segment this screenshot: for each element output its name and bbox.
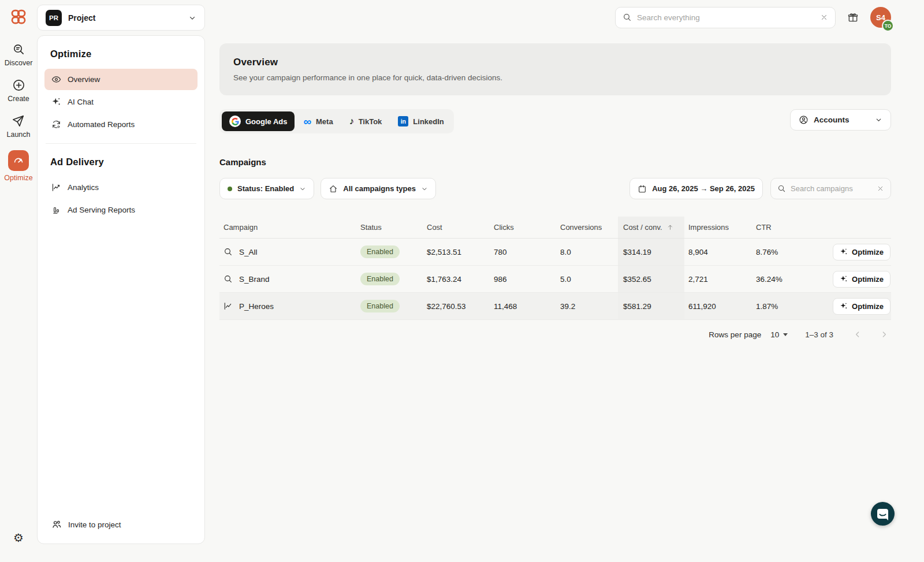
sidebar-item-analytics[interactable]: Analytics	[44, 177, 198, 198]
eye-icon	[51, 75, 61, 84]
column-header-campaign[interactable]: Campaign	[219, 217, 356, 238]
column-header-clicks[interactable]: Clicks	[490, 217, 556, 238]
tab-label: TikTok	[359, 117, 382, 126]
table-row[interactable]: S_Brand Enabled $1,763.24 986 5.0 $352.6…	[219, 266, 891, 293]
campaign-search[interactable]	[770, 178, 891, 199]
sidebar-item-overview[interactable]: Overview	[44, 69, 198, 90]
cost-cell: $1,763.24	[423, 266, 490, 292]
action-cell: Optimize	[828, 266, 891, 292]
status-badge: Enabled	[360, 300, 400, 312]
sidebar-item-automated-reports[interactable]: Automated Reports	[44, 114, 198, 135]
campaign-name: S_All	[239, 248, 258, 256]
line-chart-icon	[223, 302, 233, 311]
gift-icon[interactable]	[847, 12, 859, 23]
triangle-down-icon	[783, 333, 788, 336]
table-row[interactable]: S_All Enabled $2,513.51 780 8.0 $314.19 …	[219, 239, 891, 266]
sparkles-icon	[840, 275, 848, 283]
campaign-name-cell[interactable]: S_All	[219, 239, 356, 265]
tab-google-ads[interactable]: Google Ads	[222, 111, 295, 131]
status-badge: Enabled	[360, 273, 400, 285]
column-header-cost[interactable]: Cost	[423, 217, 490, 238]
tab-meta[interactable]: ∞ Meta	[296, 111, 340, 131]
sidebar-item-ai-chat[interactable]: AI Chat	[44, 91, 198, 113]
rows-per-page-select[interactable]: 10	[770, 330, 788, 339]
sidebar-card: Optimize Overview AI Chat	[37, 35, 205, 544]
table-row[interactable]: P_Heroes Enabled $22,760.53 11,468 39.2 …	[219, 293, 891, 320]
optimize-button[interactable]: Optimize	[833, 298, 891, 315]
rail-label: Launch	[6, 131, 30, 139]
invite-label: Invite to project	[68, 520, 121, 529]
global-search[interactable]	[615, 7, 836, 28]
clear-campaign-search-icon[interactable]	[877, 185, 884, 192]
clicks-cell: 986	[490, 266, 556, 292]
rail-item-discover[interactable]: Discover	[5, 43, 33, 67]
project-name: Project	[68, 13, 182, 23]
refresh-gear-icon	[51, 120, 61, 129]
sidebar-divider	[46, 143, 196, 144]
impressions-cell: 2,721	[684, 266, 752, 292]
optimize-button[interactable]: Optimize	[833, 271, 891, 288]
campaigns-table: Campaign Status Cost Clicks Conversions …	[219, 217, 891, 320]
chevron-down-icon	[421, 185, 428, 192]
next-page-button[interactable]	[877, 327, 891, 341]
optimize-label: Optimize	[852, 275, 884, 284]
campaign-name-cell[interactable]: S_Brand	[219, 266, 356, 292]
date-range-button[interactable]: Aug 26, 2025 → Sep 26, 2025	[629, 178, 763, 199]
rail-label: Optimize	[4, 174, 32, 182]
settings-gear-icon[interactable]: ⚙	[13, 532, 24, 544]
google-logo-icon	[229, 116, 241, 127]
sidebar-item-ad-serving-reports[interactable]: Ad Serving Reports	[44, 199, 198, 221]
main-content: S4 TO Overview See your campaign perform…	[205, 0, 924, 562]
campaign-type-filter[interactable]: All campaigns types	[321, 178, 436, 199]
clear-search-icon[interactable]	[820, 13, 828, 21]
campaign-type-label: All campaigns types	[343, 184, 416, 193]
optimize-button[interactable]: Optimize	[833, 244, 891, 260]
column-header-impressions[interactable]: Impressions	[684, 217, 752, 238]
rail-item-create[interactable]: Create	[8, 79, 29, 103]
accounts-label: Accounts	[814, 116, 850, 124]
impressions-cell: 611,920	[684, 293, 752, 319]
filters-row: Status: Enabled All campaigns types Aug …	[219, 178, 891, 199]
rail-item-optimize[interactable]: Optimize	[4, 150, 32, 182]
user-avatar[interactable]: S4 TO	[870, 7, 891, 28]
discover-search-icon	[12, 43, 25, 56]
project-selector[interactable]: PR Project	[37, 5, 205, 31]
column-header-actions	[828, 217, 891, 238]
campaign-name: P_Heroes	[239, 302, 274, 311]
rail-label: Discover	[5, 59, 33, 67]
chat-widget-button[interactable]	[871, 502, 895, 526]
rail-label: Create	[8, 95, 29, 103]
conversions-cell: 5.0	[556, 266, 618, 292]
accounts-dropdown[interactable]: Accounts	[790, 109, 891, 131]
column-header-status[interactable]: Status	[356, 217, 423, 238]
chevron-left-icon	[853, 330, 862, 339]
action-cell: Optimize	[828, 239, 891, 265]
search-icon	[623, 13, 632, 22]
invite-to-project-button[interactable]: Invite to project	[44, 513, 198, 535]
rail-item-launch[interactable]: Launch	[6, 114, 30, 139]
prev-page-button[interactable]	[851, 327, 865, 341]
column-header-ctr[interactable]: CTR	[752, 217, 828, 238]
platform-tabs-row: Google Ads ∞ Meta ♪ TikTok in LinkedIn	[219, 109, 891, 133]
status-filter[interactable]: Status: Enabled	[219, 178, 314, 199]
gauge-icon	[8, 150, 29, 171]
sidebar-item-label: Analytics	[68, 183, 99, 192]
campaign-search-input[interactable]	[791, 184, 872, 193]
sidebar: PR Project Optimize Overview AI Chat	[37, 0, 205, 562]
column-header-conversions[interactable]: Conversions	[556, 217, 618, 238]
ctr-cell: 1.87%	[752, 293, 828, 319]
campaigns-title: Campaigns	[219, 157, 891, 167]
clicks-cell: 11,468	[490, 293, 556, 319]
page-range: 1–3 of 3	[805, 330, 833, 339]
campaign-name-cell[interactable]: P_Heroes	[219, 293, 356, 319]
tab-linkedin[interactable]: in LinkedIn	[390, 111, 451, 131]
global-search-input[interactable]	[637, 13, 815, 22]
tiktok-logo-icon: ♪	[349, 117, 354, 126]
impressions-cell: 8,904	[684, 239, 752, 265]
column-header-cost-per-conv[interactable]: Cost / conv.	[618, 217, 684, 238]
tab-tiktok[interactable]: ♪ TikTok	[342, 111, 390, 131]
sparkles-icon	[51, 97, 61, 107]
search-icon	[223, 274, 233, 284]
green-dot-icon	[228, 187, 232, 191]
cost-per-conv-cell: $314.19	[618, 239, 684, 265]
